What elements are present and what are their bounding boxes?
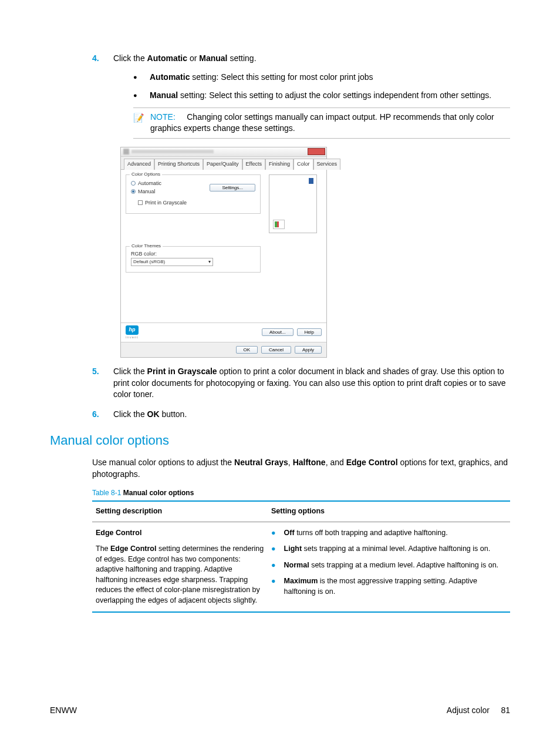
radio-manual[interactable] — [131, 189, 136, 194]
radio-manual-label: Manual — [138, 188, 156, 196]
text-bold: Halftone — [293, 458, 326, 467]
step-number: 6. — [92, 409, 103, 421]
step-6: 6. Click the OK button. — [92, 409, 510, 421]
tab-advanced[interactable]: Advanced — [124, 159, 154, 170]
text: setting: Select this setting to adjust t… — [178, 90, 491, 100]
text-bold: Edge Control — [110, 545, 156, 553]
section-intro: Use manual color options to adjust the N… — [92, 457, 510, 480]
options-list: ●Off turns off both trapping and adaptiv… — [271, 528, 507, 597]
print-dialog-screenshot: Advanced Printing Shortcuts Paper/Qualit… — [120, 147, 327, 358]
tab-effects[interactable]: Effects — [242, 159, 265, 170]
text: Click the — [113, 367, 147, 376]
tab-services[interactable]: Services — [313, 159, 341, 170]
rgb-color-select[interactable]: Default (sRGB) ▾ — [131, 258, 213, 266]
note-text: Changing color settings manually can imp… — [150, 112, 494, 133]
text: setting: Select this setting for most co… — [190, 72, 373, 82]
about-button[interactable]: About... — [262, 328, 294, 336]
table-caption-label: Table 8-1 — [92, 489, 121, 497]
bullet-icon: ● — [271, 528, 276, 539]
text-bold: Neutral Grays — [234, 458, 288, 467]
page-footer: ENWW Adjust color 81 — [50, 705, 510, 717]
list-item: ●Light sets trapping at a minimal level.… — [271, 544, 507, 555]
text-bold: Automatic — [147, 53, 187, 63]
select-value: Default (sRGB) — [133, 258, 165, 265]
footer-section-name: Adjust color — [447, 705, 490, 715]
checkbox-grayscale-label: Print in Grayscale — [145, 199, 187, 207]
page-number: 81 — [501, 705, 510, 715]
tab-printing-shortcuts[interactable]: Printing Shortcuts — [154, 159, 203, 170]
manual-color-options-table: Setting description Setting options Edge… — [92, 500, 510, 613]
note-label: NOTE: — [150, 112, 176, 122]
step-number: 4. — [92, 53, 103, 139]
radio-automatic[interactable] — [131, 181, 136, 186]
bullet-icon: ● — [271, 576, 276, 597]
tab-color[interactable]: Color — [294, 159, 313, 170]
rgb-color-label: RGB color: — [131, 250, 255, 258]
radio-automatic-label: Automatic — [138, 180, 161, 187]
text: The — [96, 545, 110, 553]
close-icon[interactable] — [308, 148, 325, 155]
bullet-manual: ● Manual setting: Select this setting to… — [133, 90, 510, 102]
dialog-titlebar — [121, 147, 326, 157]
tab-finishing[interactable]: Finishing — [265, 159, 294, 170]
dialog-title-text — [131, 150, 214, 153]
text-bold: Light — [284, 545, 302, 553]
printer-icon — [123, 149, 129, 154]
table-header: Setting description — [92, 501, 268, 522]
page-preview — [269, 174, 317, 233]
text: Click the — [113, 409, 147, 419]
tab-paper-quality[interactable]: Paper/Quality — [203, 159, 242, 170]
text-bold: Maximum — [284, 577, 318, 585]
help-button[interactable]: Help — [297, 328, 322, 336]
text: sets trapping at a minimal level. Adapti… — [302, 545, 490, 553]
text: setting determines the rendering of edge… — [96, 545, 264, 604]
logo-subtext: invent — [126, 335, 139, 340]
chart-icon — [273, 220, 285, 229]
bullet-icon: ● — [133, 72, 139, 83]
text-bold: Manual — [150, 90, 178, 100]
table-caption-title: Manual color options — [121, 489, 194, 497]
note-icon: 📝 — [133, 112, 144, 135]
text-bold: Edge Control — [346, 458, 398, 467]
text: button. — [160, 409, 187, 419]
step-number: 5. — [92, 366, 103, 401]
dialog-tabs: Advanced Printing Shortcuts Paper/Qualit… — [121, 157, 326, 170]
settings-button[interactable]: Settings... — [210, 184, 255, 191]
ok-button[interactable]: OK — [236, 346, 258, 354]
section-heading: Manual color options — [50, 432, 510, 450]
table-header: Setting options — [268, 501, 510, 522]
text-bold: Automatic — [150, 72, 190, 82]
checkbox-grayscale[interactable] — [138, 200, 143, 205]
list-item: ●Normal sets trapping at a medium level.… — [271, 560, 507, 571]
text: Use manual color options to adjust the — [92, 458, 234, 467]
list-item: ●Maximum is the most aggressive trapping… — [271, 576, 507, 597]
text: sets trapping at a medium level. Adaptiv… — [309, 561, 498, 569]
text-bold: Normal — [284, 561, 309, 569]
text-bold: Manual — [199, 53, 227, 63]
table-caption: Table 8-1 Manual color options — [92, 488, 510, 498]
group-title: Color Options — [130, 171, 162, 177]
apply-button[interactable]: Apply — [295, 346, 322, 354]
footer-left: ENWW — [50, 705, 77, 717]
group-title: Color Themes — [130, 243, 163, 249]
text-bold: Print in Grayscale — [147, 367, 217, 376]
text-bold: Off — [284, 529, 295, 537]
list-item: ●Off turns off both trapping and adaptiv… — [271, 528, 507, 539]
bullet-icon: ● — [133, 90, 139, 102]
note-block: 📝 NOTE: Changing color settings manually… — [133, 107, 510, 139]
text-bold: OK — [147, 409, 160, 419]
color-options-group: Color Options Automatic Manual — [126, 174, 261, 214]
hp-logo-icon — [126, 325, 139, 335]
text: turns off both trapping and adaptive hal… — [295, 529, 448, 537]
setting-title: Edge Control — [96, 529, 141, 537]
text: or — [187, 53, 199, 63]
bullet-icon: ● — [271, 544, 276, 555]
step-4: 4. Click the Automatic or Manual setting… — [92, 53, 510, 139]
table-row: Edge Control The Edge Control setting de… — [92, 522, 510, 612]
text: setting. — [228, 53, 257, 63]
bullet-icon: ● — [271, 560, 276, 571]
cancel-button[interactable]: Cancel — [261, 346, 291, 354]
text: Click the — [113, 53, 147, 63]
color-themes-group: Color Themes RGB color: Default (sRGB) ▾ — [126, 246, 261, 273]
bullet-automatic: ● Automatic setting: Select this setting… — [133, 72, 510, 83]
